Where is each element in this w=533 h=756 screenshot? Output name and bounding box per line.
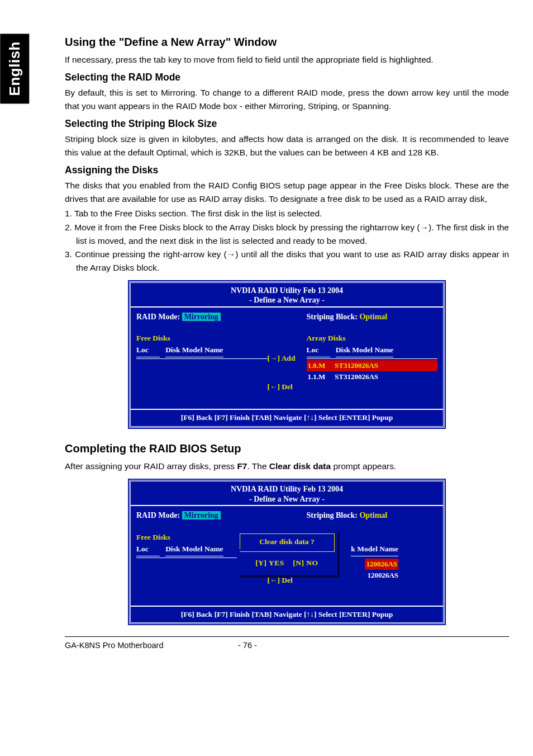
- disk-row-selected[interactable]: 1.0.M ST3120026AS: [307, 360, 438, 371]
- striping-block-value[interactable]: Optimal: [359, 511, 387, 519]
- heading-using-window: Using the "Define a New Array" Window: [65, 34, 509, 51]
- disk-row[interactable]: 1.1.M ST3120026AS: [307, 371, 438, 382]
- paragraph: By default, this is set to Mirroring. To…: [65, 86, 509, 113]
- array-disks-heading: Array Disks: [307, 333, 438, 344]
- step-3: 3. Continue pressing the right-arrow key…: [65, 248, 509, 275]
- raid-mode-label: RAID Mode:: [136, 313, 180, 321]
- striping-block-value[interactable]: Optimal: [359, 313, 387, 321]
- disk-row-selected[interactable]: 120026AS: [365, 559, 398, 570]
- raid-subtitle: - Define a New Array -: [131, 494, 443, 504]
- array-disks-list[interactable]: 1.0.M ST3120026AS 1.1.M ST3120026AS: [307, 358, 438, 403]
- raid-title: NVDIA RAID Utility Feb 13 2004: [131, 484, 443, 494]
- popup-yes-button[interactable]: [Y] YES: [255, 559, 284, 567]
- model-header: Disk Model Name: [336, 344, 394, 357]
- paragraph: Striping block size is given in kilobyte…: [65, 133, 509, 159]
- step-1: 1. Tab to the Free Disks section. The fi…: [65, 207, 509, 220]
- model-header-obscured: k Model Name: [351, 544, 398, 556]
- clear-disk-popup: Clear disk data ? [Y] YES [N] NO: [237, 530, 337, 575]
- free-disks-heading: Free Disks: [136, 333, 268, 344]
- step-2: 2. Move it from the Free Disks block to …: [65, 221, 509, 248]
- heading-assigning-disks: Assigning the Disks: [65, 163, 509, 178]
- striping-block-label: Striping Block:: [307, 313, 358, 321]
- footer-page-number: - 76 -: [238, 639, 512, 651]
- free-disks-list[interactable]: [136, 557, 248, 602]
- model-header: Disk Model Name: [165, 544, 223, 556]
- heading-raid-mode: Selecting the RAID Mode: [65, 70, 509, 85]
- add-button[interactable]: [→] Add: [268, 353, 296, 365]
- raid-footer-hints: [F6] Back [F7] Finish [TAB] Navigate [↑↓…: [131, 409, 443, 426]
- raid-subtitle: - Define a New Array -: [131, 295, 443, 305]
- raid-footer-hints: [F6] Back [F7] Finish [TAB] Navigate [↑↓…: [131, 606, 443, 623]
- raid-mode-value[interactable]: Mirroring: [182, 313, 221, 321]
- language-tab: English: [0, 34, 29, 103]
- del-button[interactable]: [←] Del: [268, 575, 293, 587]
- striping-block-label: Striping Block:: [307, 511, 358, 519]
- popup-no-button[interactable]: [N] NO: [293, 559, 318, 567]
- raid-title: NVDIA RAID Utility Feb 13 2004: [131, 286, 443, 296]
- paragraph: If necessary, press the tab key to move …: [65, 53, 509, 67]
- paragraph: The disks that you enabled from the RAID…: [65, 179, 509, 206]
- raid-utility-screenshot-1: NVDIA RAID Utility Feb 13 2004 - Define …: [129, 281, 445, 428]
- raid-mode-value[interactable]: Mirroring: [182, 511, 221, 519]
- disk-row[interactable]: 120026AS: [366, 570, 398, 581]
- paragraph: After assigning your RAID array disks, p…: [65, 460, 509, 473]
- loc-header: Loc: [136, 344, 160, 356]
- raid-mode-label: RAID Mode:: [136, 511, 180, 519]
- raid-utility-screenshot-2: NVDIA RAID Utility Feb 13 2004 - Define …: [129, 480, 445, 624]
- footer-divider: [65, 636, 509, 637]
- model-header: Disk Model Name: [165, 344, 223, 357]
- del-button[interactable]: [←] Del: [268, 381, 293, 393]
- loc-header: Loc: [307, 344, 330, 356]
- loc-header: Loc: [136, 544, 160, 555]
- heading-striping-block: Selecting the Striping Block Size: [65, 116, 509, 131]
- popup-title: Clear disk data ?: [240, 533, 334, 549]
- footer-product: GA-K8NS Pro Motherboard: [65, 639, 238, 651]
- heading-completing-setup: Completing the RAID BIOS Setup: [65, 440, 509, 457]
- free-disks-list[interactable]: [136, 358, 268, 403]
